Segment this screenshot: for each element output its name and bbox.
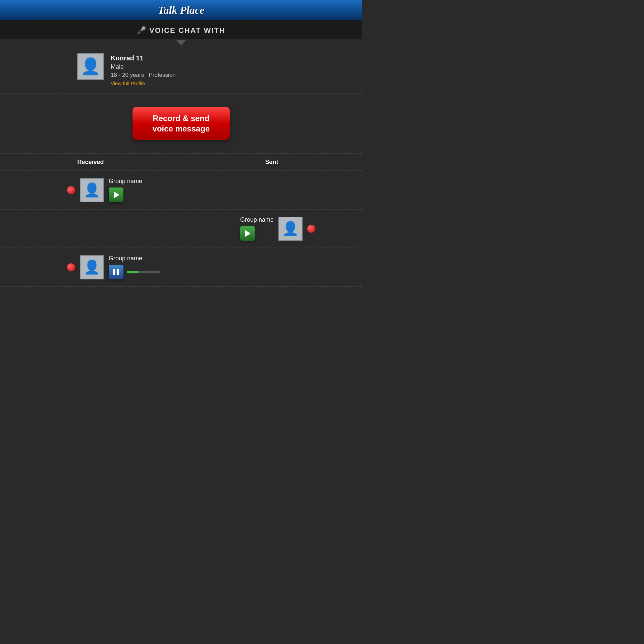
profile-info: Konrad 11 Male 18 - 20 years Profession … [111, 53, 176, 86]
person-icon: 👤 [80, 58, 101, 74]
profile-details: 18 - 20 years Profession [111, 72, 176, 78]
chevron-down-icon [176, 40, 186, 46]
voice-chat-title: VOICE CHAT WITH [149, 26, 225, 35]
person-icon: 👤 [282, 221, 299, 236]
person-icon: 👤 [84, 259, 100, 275]
progress-bar-track [127, 271, 160, 273]
pause-button[interactable] [109, 265, 123, 279]
play-icon [114, 192, 119, 198]
microphone-icon: 🎤 [137, 26, 146, 35]
unread-dot [67, 186, 75, 194]
person-icon: 👤 [84, 182, 100, 198]
message-info: Group name [109, 255, 160, 279]
avatar: 👤 [80, 255, 104, 279]
group-name: Group name [109, 178, 142, 185]
app-logo: Talk Place [158, 4, 204, 16]
avatar: 👤 [80, 178, 104, 202]
play-icon [245, 230, 251, 237]
messages-header: Received Sent [0, 154, 362, 170]
profile-name: Konrad 11 [111, 54, 176, 62]
app-header: Talk Place [0, 0, 362, 20]
message-item: 👤 Group name [0, 171, 362, 209]
record-button-text: Record & send voice message [153, 113, 210, 134]
pause-icon [113, 269, 119, 275]
avatar: 👤 [278, 217, 303, 241]
play-button[interactable] [109, 187, 123, 202]
group-name: Group name [109, 255, 160, 262]
spacer [0, 287, 362, 297]
sent-label: Sent [181, 159, 362, 166]
profile-gender: Male [111, 63, 176, 70]
message-item: 👤 Group name [0, 248, 362, 286]
playback-controls [109, 265, 160, 279]
play-button[interactable] [240, 226, 255, 241]
message-item: Group name 👤 [0, 210, 362, 248]
profile-section: 👤 Konrad 11 Male 18 - 20 years Professio… [0, 46, 362, 93]
message-info: Group name [109, 178, 142, 202]
record-send-button[interactable]: Record & send voice message [132, 107, 230, 140]
received-message: 👤 Group name [0, 178, 362, 202]
received-message: 👤 Group name [0, 255, 362, 279]
group-name: Group name [240, 216, 274, 223]
unread-dot [67, 263, 75, 271]
arrow-indicator [0, 39, 362, 46]
avatar: 👤 [77, 53, 104, 80]
voice-chat-bar: 🎤 VOICE CHAT WITH [0, 20, 362, 39]
unread-dot [307, 225, 315, 233]
message-info: Group name [240, 216, 274, 241]
record-section: Record & send voice message [0, 94, 362, 153]
received-label: Received [0, 159, 181, 166]
sent-message: Group name 👤 [0, 216, 362, 241]
view-profile-link[interactable]: View full Profile [111, 80, 176, 86]
progress-bar-fill [127, 271, 139, 273]
